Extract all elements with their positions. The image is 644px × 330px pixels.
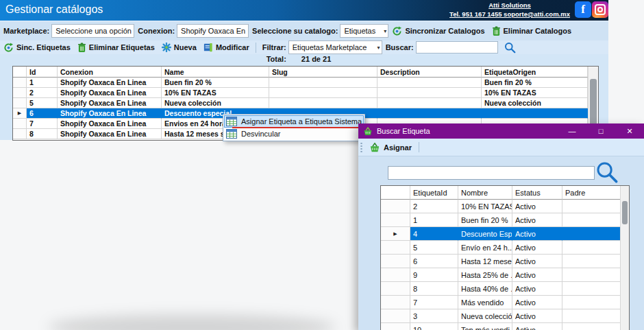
catalogo-label: Seleccione su catalogo:	[252, 27, 338, 35]
desktop: Gestionar catálogos Atti Solutions Tel. …	[0, 0, 644, 330]
cell: Buen fin 20 %	[162, 78, 269, 88]
sinc-etiquetas-button[interactable]: Sinc. Etiquetas	[3, 43, 71, 53]
menu-item[interactable]: Asignar Etiqueta a Etiqueta Sistema	[224, 115, 364, 128]
cell	[562, 309, 621, 323]
table-row[interactable]: 210% EN TAZASActivo	[381, 200, 629, 213]
menu-item[interactable]: Desvincular	[224, 128, 364, 140]
sincronizar-catalogos-button[interactable]: Sincronizar Catalogos	[392, 26, 484, 36]
column-header[interactable]: EtiquetaId	[410, 186, 458, 200]
instagram-icon[interactable]	[592, 1, 608, 18]
nueva-button[interactable]: Nueva	[162, 43, 197, 52]
toolbar-grip	[360, 142, 362, 153]
column-header[interactable]: Padre	[562, 186, 621, 200]
marketplace-select[interactable]: Seleccione una opción ▾	[51, 24, 134, 38]
chevron-down-icon: ▾	[245, 28, 249, 34]
asignar-button[interactable]: Asignar	[365, 143, 416, 152]
table-row[interactable]: 8Hasta 40% de ...Activo	[381, 282, 629, 296]
contact-link[interactable]: Tel. 951 167 1455 soporte@atti.com.mx	[449, 10, 570, 19]
column-header[interactable]: Description	[377, 67, 482, 78]
sync-icon	[392, 26, 402, 36]
column-header[interactable]: EtiquetaOrigen	[482, 67, 588, 78]
search-icon[interactable]	[595, 161, 619, 184]
table-row[interactable]: 2Shopify Oaxaca En Linea10% EN TAZAS10% …	[13, 88, 598, 98]
catalogo-select[interactable]: Etiquetas ▾	[340, 24, 388, 38]
row-selector-cell	[13, 119, 27, 129]
row-selector-cell	[381, 241, 410, 255]
cell	[269, 98, 377, 108]
company-link[interactable]: Atti Solutions	[449, 1, 570, 10]
toolbar-separator	[419, 142, 419, 152]
table-row[interactable]: 1Buen fin 20 %Activo	[381, 213, 629, 227]
selector-header-cell	[13, 67, 27, 78]
maximize-button[interactable]: □	[586, 123, 615, 139]
catalog-toolbar: Marketplace: Seleccione una opción ▾ Con…	[0, 21, 608, 41]
cell: 8	[410, 282, 458, 296]
eliminar-catalogos-button[interactable]: Eliminar Catalogos	[492, 26, 572, 36]
column-header[interactable]: Conexion	[58, 67, 162, 78]
table-row[interactable]: 6Hasta 12 mese...Activo	[381, 255, 629, 268]
table-row[interactable]: ▶4Descuento Esp...Activo	[381, 227, 629, 241]
dialog-titlebar[interactable]: Buscar Etiqueta — □ ✕	[358, 123, 644, 139]
chevron-down-icon: ▾	[375, 45, 380, 51]
facebook-icon[interactable]: f	[575, 1, 591, 18]
cell: Buen fin 20 %	[458, 213, 512, 227]
conexion-select[interactable]: Shopify Oaxaca En ▾	[177, 24, 249, 38]
cell: Activo	[512, 200, 562, 213]
column-header[interactable]: Nombre	[458, 186, 512, 200]
page-title: Gestionar catálogos	[5, 3, 103, 16]
row-selector-cell	[381, 255, 410, 268]
etiqueta-search-input[interactable]	[388, 166, 595, 180]
cell: 10% EN TAZAS	[162, 88, 269, 98]
cell	[562, 255, 621, 268]
search-icon[interactable]	[504, 42, 516, 54]
minimize-button[interactable]: —	[558, 123, 586, 139]
eliminar-etiquetas-button[interactable]: Eliminar Etiquetas	[77, 43, 155, 53]
total-label: Total:	[267, 55, 286, 63]
table-row[interactable]: 9Hasta 25% de ...Activo	[381, 268, 629, 282]
table-header-row: IdConexionNameSlugDescriptionEtiquetaOri…	[13, 67, 598, 78]
table-row[interactable]: 10Top más vendi...Activo	[381, 323, 629, 330]
cell	[562, 323, 621, 330]
selector-header-cell	[381, 186, 410, 200]
cell: Activo	[512, 213, 562, 227]
drop-shadow	[48, 315, 336, 330]
cell: 6	[27, 108, 58, 119]
column-header[interactable]: Estatus	[512, 186, 562, 200]
cell: Shopify Oaxaca En Linea	[58, 108, 162, 119]
cell: 5	[410, 241, 458, 255]
filtrar-select[interactable]: Etiquetas Marketplace ▾	[288, 40, 382, 54]
new-star-icon	[162, 43, 171, 52]
row-selector-cell	[13, 98, 27, 108]
table-row[interactable]: 5Shopify Oaxaca En LineaNueva colecciónN…	[13, 98, 598, 108]
cell: Descuento Esp...	[458, 227, 512, 241]
row-selector-cell	[381, 213, 410, 227]
table-icon	[226, 117, 237, 126]
cell: Envío en 24 h...	[458, 241, 512, 255]
cell: 2	[27, 88, 58, 98]
catalogo-value: Etiquetas	[344, 27, 375, 35]
column-header[interactable]: Name	[162, 67, 269, 78]
modificar-button[interactable]: Modificar	[203, 43, 249, 52]
table-header-row: EtiquetaIdNombreEstatusPadre	[381, 186, 629, 200]
cell: Hasta 25% de ...	[458, 268, 512, 282]
row-selector-cell	[13, 78, 27, 88]
row-selector-cell	[381, 282, 410, 296]
menu-item-label: Desvincular	[241, 130, 280, 138]
cell: Shopify Oaxaca En Linea	[58, 129, 162, 139]
buscar-input[interactable]	[416, 41, 498, 54]
etiquetas-toolbar: Sinc. Etiquetas Eliminar Etiquetas Nueva…	[0, 40, 608, 54]
table-row[interactable]: 5Envío en 24 h...Activo	[381, 241, 629, 255]
table-row[interactable]: 3Nueva colecciónActivo	[381, 309, 629, 323]
row-selector-cell	[13, 129, 27, 139]
cell: Top más vendi...	[458, 323, 512, 330]
cell: 10% EN TAZAS	[458, 200, 512, 213]
table-row[interactable]: 1Shopify Oaxaca En LineaBuen fin 20 %Bue…	[13, 78, 598, 88]
vertical-scrollbar[interactable]	[620, 186, 629, 330]
column-header[interactable]: Slug	[269, 67, 377, 78]
table-row[interactable]: 7Más vendidoActivo	[381, 296, 629, 309]
close-button[interactable]: ✕	[615, 123, 644, 139]
scrollbar-thumb[interactable]	[622, 201, 628, 224]
basket-icon	[363, 127, 373, 136]
column-header[interactable]: Id	[27, 67, 58, 78]
cell: Activo	[512, 268, 562, 282]
